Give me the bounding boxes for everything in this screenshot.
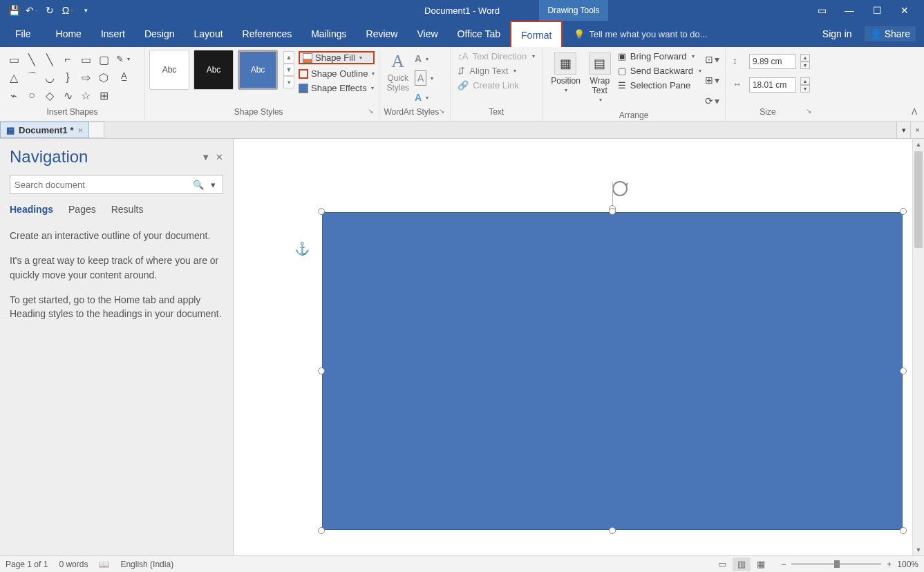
scroll-down-icon[interactable]: ▼	[913, 544, 924, 555]
style-thumb-3[interactable]: Abc	[238, 50, 278, 90]
shape-brace-icon[interactable]: }	[59, 69, 76, 86]
tab-design[interactable]: Design	[135, 21, 185, 47]
shape-arrow-icon[interactable]: ⇨	[77, 69, 94, 86]
resize-handle-e[interactable]	[900, 368, 907, 374]
resize-handle-s[interactable]	[609, 527, 616, 534]
tab-view[interactable]: View	[407, 21, 447, 47]
scroll-thumb[interactable]	[914, 151, 923, 248]
width-down-icon[interactable]: ▼	[800, 85, 810, 93]
shape-hexagon-icon[interactable]: ⬡	[95, 69, 112, 86]
edit-shape-icon[interactable]: ✎▾	[116, 51, 131, 66]
new-document-tab[interactable]	[89, 122, 104, 138]
scroll-up-icon[interactable]: ▲	[913, 139, 924, 150]
resize-handle-se[interactable]	[900, 527, 907, 534]
resize-handle-nw[interactable]	[318, 208, 325, 215]
shape-arc-icon[interactable]: ◡	[41, 69, 58, 86]
text-outline-button[interactable]: A▾	[415, 70, 433, 86]
nav-close-icon[interactable]: ✕	[216, 152, 223, 162]
align-text-button[interactable]: ⇵Align Text▾	[458, 66, 535, 76]
shape-effects-button[interactable]: Shape Effects ▾	[299, 83, 375, 93]
redo-icon[interactable]: ↻	[43, 3, 57, 17]
text-fill-button[interactable]: A▾	[415, 51, 433, 66]
shape-callout-icon[interactable]: ⊞	[95, 87, 112, 104]
rotation-handle-icon[interactable]	[610, 179, 630, 198]
resize-handle-n[interactable]	[609, 208, 616, 215]
sign-in-link[interactable]: Sign in	[822, 28, 852, 39]
zoom-slider[interactable]	[791, 563, 881, 565]
contextual-tab-drawing-tools[interactable]: Drawing Tools	[539, 0, 608, 21]
collapse-ribbon-icon[interactable]: ᐱ	[912, 107, 917, 117]
zoom-out-icon[interactable]: −	[781, 560, 786, 569]
document-tab-1[interactable]: ▦ Document1 * ×	[0, 122, 89, 138]
resize-handle-sw[interactable]	[318, 527, 325, 534]
width-up-icon[interactable]: ▲	[800, 77, 810, 85]
style-thumb-2[interactable]: Abc	[194, 50, 234, 90]
tab-file[interactable]: File	[0, 21, 46, 47]
share-button[interactable]: 👤 Share	[865, 26, 916, 41]
spellcheck-icon[interactable]: 📖	[99, 560, 109, 569]
minimize-icon[interactable]: —	[842, 3, 856, 17]
shape-textbox-icon[interactable]: ▭	[6, 51, 22, 68]
style-thumb-1[interactable]: Abc	[149, 50, 189, 90]
undo-icon[interactable]: ↶▾	[25, 3, 39, 17]
search-input[interactable]	[15, 180, 190, 190]
status-language[interactable]: English (India)	[120, 560, 173, 569]
shape-circle-icon[interactable]: ○	[23, 87, 40, 104]
web-layout-icon[interactable]: ▦	[752, 557, 770, 571]
zoom-knob[interactable]	[834, 560, 840, 568]
shape-styles-dialog-icon[interactable]: ↘	[368, 107, 373, 115]
wrap-text-button[interactable]: ▤ Wrap Text ▾	[585, 50, 615, 106]
shape-star-icon[interactable]: ☆	[77, 87, 94, 104]
tab-review[interactable]: Review	[357, 21, 408, 47]
quick-styles-button[interactable]: A Quick Styles	[384, 50, 412, 94]
nav-tab-pages[interactable]: Pages	[68, 204, 96, 215]
shape-line-icon[interactable]: ╲	[23, 51, 40, 68]
shape-diamond-icon[interactable]: ◇	[41, 87, 58, 104]
height-field[interactable]: ↕ 9.89 cm ▲▼	[733, 54, 810, 69]
search-icon[interactable]: 🔍	[190, 180, 207, 190]
height-down-icon[interactable]: ▼	[800, 61, 810, 69]
size-dialog-icon[interactable]: ↘	[806, 107, 811, 115]
shape-roundrect-icon[interactable]: ▢	[95, 51, 112, 68]
nav-dropdown-icon[interactable]: ▼	[201, 152, 210, 162]
selected-shape[interactable]	[318, 208, 907, 534]
print-layout-icon[interactable]: ▥	[733, 557, 751, 571]
height-value[interactable]: 9.89 cm	[749, 54, 796, 69]
selection-pane-button[interactable]: ☰Selection Pane	[618, 80, 701, 90]
shape-scribble-icon[interactable]: ∿	[59, 87, 76, 104]
rotate-button[interactable]: ⟳▾	[706, 94, 719, 108]
tab-mailings[interactable]: Mailings	[301, 21, 356, 47]
nav-tab-results[interactable]: Results	[111, 204, 144, 215]
tab-layout[interactable]: Layout	[185, 21, 233, 47]
tab-home[interactable]: Home	[46, 21, 91, 47]
shape-style-gallery[interactable]: Abc Abc Abc ▲ ▼ ▾	[149, 50, 294, 90]
tab-format[interactable]: Format	[510, 21, 563, 48]
shape-rect-icon[interactable]: ▭	[77, 51, 94, 68]
resize-handle-w[interactable]	[318, 368, 325, 374]
width-field[interactable]: ↔ 18.01 cm ▲▼	[733, 77, 810, 93]
close-icon[interactable]: ✕	[898, 3, 912, 17]
save-icon[interactable]: 💾	[7, 3, 21, 17]
maximize-icon[interactable]: ☐	[870, 3, 884, 17]
shape-fill-button[interactable]: Shape Fill ▾	[299, 51, 375, 64]
status-words[interactable]: 0 words	[59, 560, 88, 569]
shape-triangle-icon[interactable]: △	[6, 69, 22, 86]
tell-me-search[interactable]: 💡 Tell me what you want to do...	[563, 21, 822, 47]
height-up-icon[interactable]: ▲	[800, 54, 810, 61]
document-canvas[interactable]: ⚓ ▲ ▼	[234, 139, 924, 555]
tab-references[interactable]: References	[233, 21, 302, 47]
group-button[interactable]: ⊞▾	[706, 73, 719, 87]
shape-outline-button[interactable]: Shape Outline ▾	[299, 68, 375, 79]
shape-freeform-icon[interactable]: ⌁	[6, 87, 22, 104]
ribbon-display-icon[interactable]: ▭	[815, 3, 829, 17]
text-effects-button[interactable]: A▾	[415, 90, 433, 105]
bring-forward-button[interactable]: ▣Bring Forward▾	[618, 51, 701, 61]
anchor-icon[interactable]: ⚓	[294, 241, 310, 256]
resize-handle-ne[interactable]	[900, 208, 907, 215]
zoom-in-icon[interactable]: +	[887, 560, 892, 569]
shape-curve-icon[interactable]: ⌒	[23, 69, 40, 86]
doctab-close-icon[interactable]: ×	[910, 122, 924, 138]
search-document-field[interactable]: 🔍 ▾	[10, 175, 223, 194]
doctab-dropdown-icon[interactable]: ▾	[896, 122, 910, 138]
draw-textbox-icon[interactable]: A̲	[116, 68, 131, 83]
